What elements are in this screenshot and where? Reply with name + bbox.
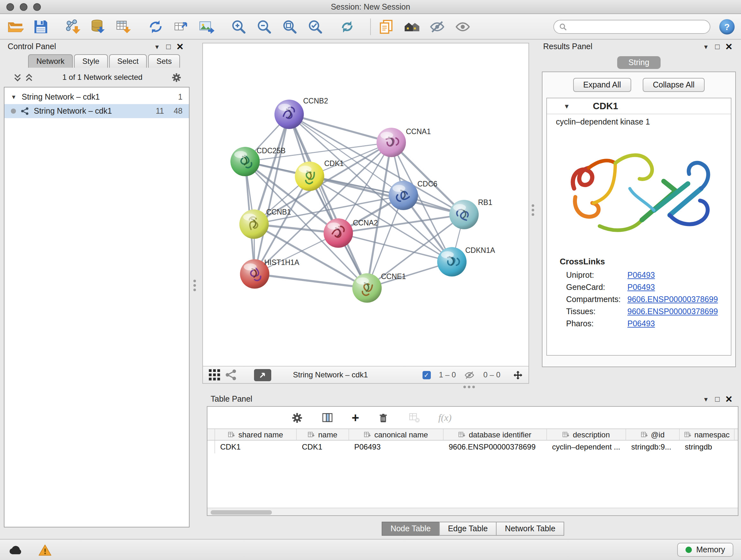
new-network-from-selection-button[interactable] (147, 17, 165, 36)
network-collection-row[interactable]: ▼ String Network – cdk1 1 (4, 90, 189, 104)
crosslink-value-link[interactable]: P06493 (627, 270, 655, 279)
table-options-button[interactable] (290, 411, 303, 424)
import-network-database-button[interactable] (89, 17, 107, 36)
bottom-splitter-handle[interactable] (463, 386, 475, 388)
crosslink-value-link[interactable]: P06493 (627, 283, 655, 292)
network-edge[interactable] (289, 114, 367, 288)
cloud-status-button[interactable] (8, 543, 24, 557)
left-splitter-handle[interactable] (193, 280, 196, 291)
crosslink-value-link[interactable]: 9606.ENSP00000378699 (627, 307, 718, 316)
column-header-canonical-name[interactable]: canonical name (349, 429, 444, 440)
tab-select[interactable]: Select (109, 54, 147, 68)
zoom-selected-button[interactable] (307, 17, 324, 36)
zoom-in-button[interactable] (230, 17, 248, 36)
expand-all-button[interactable]: Expand All (573, 78, 631, 92)
network-node-CCNE1[interactable] (352, 273, 382, 303)
expand-all-button[interactable] (23, 71, 35, 83)
panel-close-icon[interactable]: ✕ (723, 40, 735, 54)
clone-network-button[interactable] (172, 17, 190, 36)
memory-button[interactable]: Memory (677, 543, 733, 557)
delete-column-button[interactable] (377, 411, 390, 424)
network-edge[interactable] (255, 114, 289, 274)
column-header-namespac[interactable]: namespac (680, 429, 735, 440)
network-node-CCNA1[interactable] (377, 128, 406, 157)
import-table-button[interactable] (115, 17, 133, 36)
network-node-CDC25B[interactable] (230, 147, 260, 176)
collapse-all-button[interactable]: Collapse All (643, 78, 705, 92)
panel-float-icon[interactable]: □ (712, 40, 723, 54)
crosslink-value-link[interactable]: P06493 (627, 319, 655, 328)
collapse-all-button[interactable] (11, 71, 23, 83)
right-splitter-handle[interactable] (532, 204, 534, 216)
network-node-CCNA2[interactable] (324, 219, 353, 248)
table-cell-1[interactable]: CDK1 (297, 441, 349, 453)
show-columns-button[interactable] (321, 411, 334, 424)
network-edge[interactable] (255, 274, 367, 288)
column-header-@id[interactable]: @id (626, 429, 680, 440)
import-network-file-button[interactable] (64, 17, 82, 36)
zoom-out-button[interactable] (255, 17, 273, 36)
table-cell-2[interactable]: P06493 (349, 441, 444, 453)
panel-close-icon[interactable]: ✕ (174, 40, 186, 54)
column-header-description[interactable]: description (547, 429, 626, 440)
apply-layout-button[interactable] (338, 17, 356, 36)
table-data-row[interactable]: CDK1CDK1P064939606.ENSP00000378699cyclin… (207, 441, 738, 453)
panel-menu-icon[interactable]: ▾ (700, 40, 712, 54)
column-header-shared-name[interactable]: shared name (215, 429, 297, 440)
gene-header[interactable]: ▼ CDK1 (547, 98, 731, 114)
zoom-window-button[interactable] (33, 3, 41, 11)
network-row[interactable]: String Network – cdk1 11 48 (4, 104, 189, 118)
tab-string[interactable]: String (617, 56, 661, 69)
table-cell-0[interactable]: CDK1 (215, 441, 297, 453)
tab-sets[interactable]: Sets (148, 54, 180, 68)
close-window-button[interactable] (6, 3, 14, 11)
gene-expander-icon[interactable]: ▼ (563, 103, 570, 110)
help-button[interactable]: ? (719, 19, 735, 34)
tab-node-table[interactable]: Node Table (382, 522, 440, 536)
function-builder-button[interactable]: f(x) (438, 412, 452, 423)
network-node-CDC6[interactable] (389, 181, 418, 210)
move-crosshair-icon[interactable] (513, 369, 523, 380)
grid-view-button[interactable] (208, 368, 221, 381)
view-network-button[interactable] (225, 368, 238, 381)
delete-table-button[interactable] (408, 411, 420, 424)
hide-glass-pane-button[interactable] (428, 17, 446, 36)
tab-style[interactable]: Style (74, 54, 108, 68)
detach-view-button[interactable] (254, 369, 271, 381)
network-canvas[interactable]: CCNB2CCNA1CDC25BCDK1CDC6RB1CCNB1CCNA2CDK… (203, 44, 529, 366)
network-node-CCNB2[interactable] (274, 100, 304, 129)
tab-network-table[interactable]: Network Table (496, 522, 564, 536)
zoom-fit-button[interactable] (281, 17, 299, 36)
tab-network[interactable]: Network (28, 54, 73, 68)
column-header-database-identifier[interactable]: database identifier (444, 429, 547, 440)
open-session-button[interactable] (6, 17, 24, 36)
minimize-window-button[interactable] (20, 3, 27, 11)
copy-documents-button[interactable] (377, 17, 395, 36)
tree-expander-icon[interactable]: ▼ (11, 94, 17, 100)
crosslink-value-link[interactable]: 9606.ENSP00000378699 (627, 295, 718, 304)
genemania-homes-button[interactable] (403, 17, 421, 36)
table-horizontal-scrollbar[interactable] (207, 508, 738, 515)
table-cell-5[interactable]: stringdb:9... (626, 441, 680, 453)
panel-close-icon[interactable]: ✕ (723, 392, 735, 406)
search-input[interactable] (570, 22, 704, 31)
show-glass-pane-button[interactable] (454, 17, 472, 36)
network-options-button[interactable] (171, 71, 182, 83)
save-session-button[interactable] (32, 17, 50, 36)
panel-menu-icon[interactable]: ▾ (151, 40, 163, 54)
panel-float-icon[interactable]: □ (163, 40, 174, 54)
scrollbar-thumb[interactable] (211, 510, 272, 514)
panel-float-icon[interactable]: □ (712, 392, 723, 406)
table-cell-6[interactable]: stringdb (680, 441, 735, 453)
table-cell-3[interactable]: 9606.ENSP00000378699 (444, 441, 547, 453)
add-column-button[interactable]: + (352, 411, 359, 424)
network-node-CDKN1A[interactable] (437, 247, 467, 276)
network-node-CDK1[interactable] (295, 162, 324, 191)
warnings-button[interactable] (37, 543, 52, 557)
column-header-name[interactable]: name (297, 429, 349, 440)
tab-edge-table[interactable]: Edge Table (439, 522, 497, 536)
selected-checkbox-icon[interactable]: ✓ (422, 371, 430, 379)
network-node-CCNB1[interactable] (239, 209, 269, 239)
network-node-RB1[interactable] (449, 200, 479, 229)
export-image-button[interactable] (198, 17, 216, 36)
